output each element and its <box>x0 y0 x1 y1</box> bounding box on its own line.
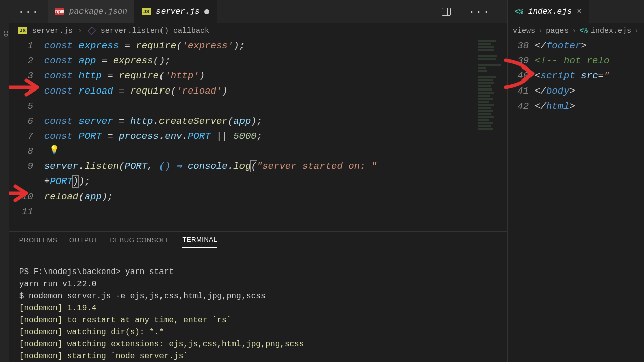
editor-top-actions: ··· <box>442 6 507 18</box>
tab-label: package.json <box>69 7 127 16</box>
minimap[interactable] <box>475 38 507 231</box>
more-actions-icon[interactable]: ··· <box>460 6 499 18</box>
code-editor[interactable]: 1 2 3 4 5 6 7 8 9 10 11 const express = … <box>9 38 507 231</box>
breadcrumb-file: server.js <box>32 27 73 35</box>
lightbulb-icon[interactable]: 💡 <box>49 145 59 155</box>
unsaved-indicator-icon <box>204 9 209 14</box>
breadcrumb-symbol: server.listen() callback <box>101 27 209 35</box>
panel-tab-debug-console[interactable]: DEBUG CONSOLE <box>110 232 171 248</box>
sidebar-badge: ED <box>3 30 9 37</box>
panel-tab-problems[interactable]: PROBLEMS <box>19 232 57 248</box>
tab-label: index.ejs <box>528 7 572 16</box>
breadcrumb-segment: pages <box>546 27 569 35</box>
code-content[interactable]: const express = require('express'); cons… <box>44 38 507 231</box>
bottom-panel: PROBLEMS OUTPUT DEBUG CONSOLE TERMINAL P… <box>9 231 507 362</box>
right-editor-column: <% index.ejs × views › pages › <% index.… <box>507 0 644 362</box>
js-icon: JS <box>18 27 27 34</box>
right-tab-bar: <% index.ejs × <box>508 0 644 23</box>
chevron-right-icon: › <box>572 27 576 35</box>
tab-server-js[interactable]: JS server.js <box>135 0 217 23</box>
terminal-output[interactable]: PS F:\nodejs\backend> yarn start yarn ru… <box>9 248 507 362</box>
close-icon[interactable]: × <box>577 7 582 16</box>
breadcrumb[interactable]: JS server.js › server.listen() callback <box>9 23 507 38</box>
tab-index-ejs[interactable]: <% index.ejs × <box>508 0 589 23</box>
tab-package-json[interactable]: npm package.json <box>48 0 135 23</box>
right-breadcrumb[interactable]: views › pages › <% index.ejs › <box>508 23 644 38</box>
panel-tab-terminal[interactable]: TERMINAL <box>182 232 217 248</box>
panel-tab-output[interactable]: OUTPUT <box>69 232 98 248</box>
right-code-editor[interactable]: 38 39 40 41 42 </footer> <!-- hot relo <… <box>508 38 644 362</box>
tab-label: server.js <box>156 7 199 16</box>
method-icon <box>88 27 96 35</box>
main-editor-column: ··· npm package.json JS server.js ··· JS… <box>9 0 507 362</box>
ejs-icon: <% <box>515 8 523 16</box>
tab-bar: ··· npm package.json JS server.js ··· <box>9 0 507 23</box>
js-icon: JS <box>142 8 151 15</box>
ejs-icon: <% <box>579 27 588 35</box>
chevron-right-icon: › <box>538 27 543 35</box>
npm-icon: npm <box>55 8 64 15</box>
split-editor-icon[interactable] <box>442 8 451 16</box>
chevron-right-icon: › <box>634 27 639 35</box>
panel-tabs: PROBLEMS OUTPUT DEBUG CONSOLE TERMINAL <box>9 232 507 248</box>
right-line-gutter: 38 39 40 41 42 <box>508 38 535 362</box>
right-code-content[interactable]: </footer> <!-- hot relo <script src=" </… <box>535 38 609 362</box>
breadcrumb-segment: views <box>513 27 535 35</box>
editor-actions-menu[interactable]: ··· <box>9 6 48 18</box>
chevron-right-icon: › <box>78 27 83 35</box>
breadcrumb-file: index.ejs <box>591 27 631 35</box>
sidebar-strip: ED <box>0 0 9 362</box>
line-gutter: 1 2 3 4 5 6 7 8 9 10 11 <box>9 38 44 231</box>
